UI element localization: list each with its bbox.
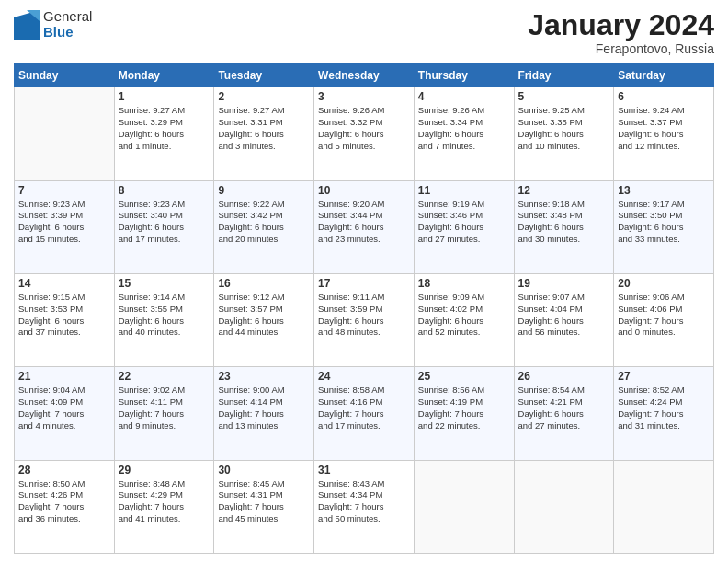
day-detail: Sunrise: 8:45 AM Sunset: 4:31 PM Dayligh… (218, 478, 310, 525)
day-detail: Sunrise: 8:56 AM Sunset: 4:19 PM Dayligh… (418, 385, 510, 431)
day-number: 14 (18, 277, 110, 290)
day-detail: Sunrise: 9:02 AM Sunset: 4:11 PM Dayligh… (119, 385, 210, 431)
calendar-cell: 5Sunrise: 9:25 AM Sunset: 3:35 PM Daylig… (514, 87, 614, 180)
calendar-cell: 9Sunrise: 9:22 AM Sunset: 3:42 PM Daylig… (214, 180, 314, 273)
day-number: 29 (119, 464, 210, 477)
calendar-cell: 21Sunrise: 9:04 AM Sunset: 4:09 PM Dayli… (15, 367, 115, 460)
day-number: 30 (218, 464, 310, 477)
calendar-cell (414, 460, 514, 553)
calendar-cell: 19Sunrise: 9:07 AM Sunset: 4:04 PM Dayli… (514, 273, 614, 366)
day-detail: Sunrise: 9:25 AM Sunset: 3:35 PM Dayligh… (518, 105, 610, 152)
day-number: 26 (518, 370, 610, 383)
calendar-week-4: 21Sunrise: 9:04 AM Sunset: 4:09 PM Dayli… (15, 367, 714, 460)
calendar-cell: 30Sunrise: 8:45 AM Sunset: 4:31 PM Dayli… (214, 460, 314, 553)
calendar-cell: 18Sunrise: 9:09 AM Sunset: 4:02 PM Dayli… (414, 273, 514, 366)
calendar-cell: 26Sunrise: 8:54 AM Sunset: 4:21 PM Dayli… (514, 367, 614, 460)
header-wednesday: Wednesday (314, 64, 415, 87)
day-detail: Sunrise: 9:00 AM Sunset: 4:14 PM Dayligh… (218, 385, 310, 431)
day-number: 10 (318, 184, 410, 197)
location: Ferapontovo, Russia (528, 41, 714, 56)
day-number: 6 (618, 90, 710, 103)
calendar-week-3: 14Sunrise: 9:15 AM Sunset: 3:53 PM Dayli… (15, 273, 714, 366)
day-detail: Sunrise: 8:50 AM Sunset: 4:26 PM Dayligh… (18, 478, 110, 525)
day-number: 1 (119, 90, 210, 103)
logo-icon (14, 10, 40, 40)
day-detail: Sunrise: 8:48 AM Sunset: 4:29 PM Dayligh… (119, 478, 210, 525)
calendar-cell: 3Sunrise: 9:26 AM Sunset: 3:32 PM Daylig… (314, 87, 415, 180)
day-detail: Sunrise: 8:43 AM Sunset: 4:34 PM Dayligh… (318, 478, 410, 525)
calendar-cell: 17Sunrise: 9:11 AM Sunset: 3:59 PM Dayli… (314, 273, 415, 366)
header-monday: Monday (114, 64, 214, 87)
day-number: 31 (318, 464, 410, 477)
calendar-week-2: 7Sunrise: 9:23 AM Sunset: 3:39 PM Daylig… (15, 180, 714, 273)
day-number: 3 (318, 90, 410, 103)
day-number: 4 (418, 90, 510, 103)
day-detail: Sunrise: 8:52 AM Sunset: 4:24 PM Dayligh… (618, 385, 710, 431)
day-detail: Sunrise: 8:54 AM Sunset: 4:21 PM Dayligh… (518, 385, 610, 431)
day-number: 11 (418, 184, 510, 197)
day-number: 18 (418, 277, 510, 290)
calendar-cell: 22Sunrise: 9:02 AM Sunset: 4:11 PM Dayli… (114, 367, 214, 460)
day-detail: Sunrise: 9:11 AM Sunset: 3:59 PM Dayligh… (318, 292, 410, 339)
header-sunday: Sunday (15, 64, 115, 87)
day-detail: Sunrise: 9:26 AM Sunset: 3:32 PM Dayligh… (318, 105, 410, 152)
calendar-cell: 13Sunrise: 9:17 AM Sunset: 3:50 PM Dayli… (614, 180, 714, 273)
calendar-page: General Blue January 2024 Ferapontovo, R… (0, 0, 728, 563)
title-block: January 2024 Ferapontovo, Russia (528, 9, 714, 56)
day-detail: Sunrise: 9:22 AM Sunset: 3:42 PM Dayligh… (218, 199, 310, 246)
day-detail: Sunrise: 9:17 AM Sunset: 3:50 PM Dayligh… (618, 199, 710, 246)
day-number: 24 (318, 370, 410, 383)
calendar-header: Sunday Monday Tuesday Wednesday Thursday… (15, 64, 714, 87)
calendar-cell: 31Sunrise: 8:43 AM Sunset: 4:34 PM Dayli… (314, 460, 415, 553)
day-number: 17 (318, 277, 410, 290)
day-detail: Sunrise: 9:18 AM Sunset: 3:48 PM Dayligh… (518, 199, 610, 246)
calendar-cell (514, 460, 614, 553)
day-detail: Sunrise: 9:24 AM Sunset: 3:37 PM Dayligh… (618, 105, 710, 152)
day-detail: Sunrise: 9:15 AM Sunset: 3:53 PM Dayligh… (18, 292, 110, 339)
day-detail: Sunrise: 9:06 AM Sunset: 4:06 PM Dayligh… (618, 292, 710, 339)
day-number: 28 (18, 464, 110, 477)
calendar-cell: 6Sunrise: 9:24 AM Sunset: 3:37 PM Daylig… (614, 87, 714, 180)
day-detail: Sunrise: 9:12 AM Sunset: 3:57 PM Dayligh… (218, 292, 310, 339)
calendar-cell: 23Sunrise: 9:00 AM Sunset: 4:14 PM Dayli… (214, 367, 314, 460)
calendar-cell: 16Sunrise: 9:12 AM Sunset: 3:57 PM Dayli… (214, 273, 314, 366)
header-tuesday: Tuesday (214, 64, 314, 87)
calendar-cell: 12Sunrise: 9:18 AM Sunset: 3:48 PM Dayli… (514, 180, 614, 273)
calendar-cell: 24Sunrise: 8:58 AM Sunset: 4:16 PM Dayli… (314, 367, 415, 460)
logo: General Blue (14, 9, 92, 40)
calendar-cell: 20Sunrise: 9:06 AM Sunset: 4:06 PM Dayli… (614, 273, 714, 366)
day-detail: Sunrise: 9:09 AM Sunset: 4:02 PM Dayligh… (418, 292, 510, 339)
header-saturday: Saturday (614, 64, 714, 87)
header-friday: Friday (514, 64, 614, 87)
calendar-cell (614, 460, 714, 553)
calendar-cell: 29Sunrise: 8:48 AM Sunset: 4:29 PM Dayli… (114, 460, 214, 553)
calendar-cell: 2Sunrise: 9:27 AM Sunset: 3:31 PM Daylig… (214, 87, 314, 180)
day-number: 16 (218, 277, 310, 290)
day-number: 8 (119, 184, 210, 197)
day-detail: Sunrise: 9:23 AM Sunset: 3:40 PM Dayligh… (119, 199, 210, 246)
day-detail: Sunrise: 9:23 AM Sunset: 3:39 PM Dayligh… (18, 199, 110, 246)
header: General Blue January 2024 Ferapontovo, R… (14, 9, 714, 56)
day-number: 25 (418, 370, 510, 383)
calendar-week-1: 1Sunrise: 9:27 AM Sunset: 3:29 PM Daylig… (15, 87, 714, 180)
day-number: 13 (618, 184, 710, 197)
day-number: 12 (518, 184, 610, 197)
day-detail: Sunrise: 9:20 AM Sunset: 3:44 PM Dayligh… (318, 199, 410, 246)
calendar-cell: 27Sunrise: 8:52 AM Sunset: 4:24 PM Dayli… (614, 367, 714, 460)
day-number: 23 (218, 370, 310, 383)
day-number: 22 (119, 370, 210, 383)
calendar-cell: 25Sunrise: 8:56 AM Sunset: 4:19 PM Dayli… (414, 367, 514, 460)
day-detail: Sunrise: 9:19 AM Sunset: 3:46 PM Dayligh… (418, 199, 510, 246)
day-detail: Sunrise: 9:07 AM Sunset: 4:04 PM Dayligh… (518, 292, 610, 339)
logo-blue-text: Blue (43, 25, 92, 40)
day-detail: Sunrise: 9:27 AM Sunset: 3:29 PM Dayligh… (119, 105, 210, 152)
day-number: 21 (18, 370, 110, 383)
calendar-cell: 15Sunrise: 9:14 AM Sunset: 3:55 PM Dayli… (114, 273, 214, 366)
day-number: 19 (518, 277, 610, 290)
calendar-cell: 28Sunrise: 8:50 AM Sunset: 4:26 PM Dayli… (15, 460, 115, 553)
logo-general-text: General (43, 9, 92, 25)
month-title: January 2024 (528, 9, 714, 41)
logo-text: General Blue (43, 9, 92, 40)
day-detail: Sunrise: 9:27 AM Sunset: 3:31 PM Dayligh… (218, 105, 310, 152)
calendar-cell: 10Sunrise: 9:20 AM Sunset: 3:44 PM Dayli… (314, 180, 415, 273)
